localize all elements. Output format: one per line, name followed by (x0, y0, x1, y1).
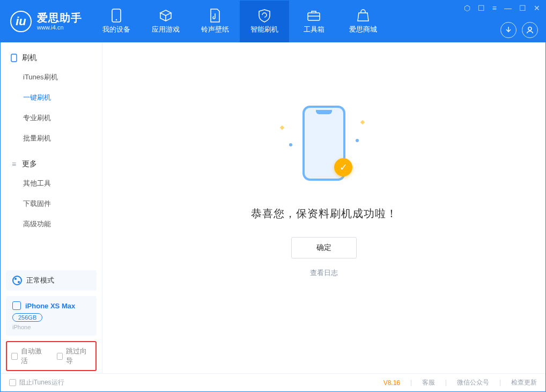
minimize-button[interactable]: — (504, 4, 512, 12)
checkbox-icon (9, 379, 16, 386)
tab-label: 工具箱 (304, 25, 324, 34)
checkbox-icon (57, 353, 63, 360)
header: iu 爱思助手 www.i4.cn 我的设备 应用游戏 铃声壁纸 智能刷机 (1, 1, 545, 42)
tab-ring-wall[interactable]: 铃声壁纸 (190, 1, 240, 42)
wechat-link[interactable]: 微信公众号 (457, 378, 489, 387)
tab-label: 应用游戏 (152, 25, 180, 34)
toolbox-icon (307, 9, 321, 23)
close-button[interactable]: ✕ (534, 4, 540, 12)
section-label: 刷机 (22, 53, 37, 63)
sidebar-item-batch-flash[interactable]: 批量刷机 (1, 128, 102, 149)
mode-label: 正常模式 (26, 276, 54, 285)
svg-rect-2 (308, 13, 320, 20)
music-file-icon (208, 9, 222, 23)
ok-button[interactable]: 确定 (291, 237, 357, 258)
sidebar: 刷机 iTunes刷机 一键刷机 专业刷机 批量刷机 ≡ 更多 其他工具 下载固… (1, 42, 102, 373)
check-update-link[interactable]: 检查更新 (511, 378, 537, 387)
user-button[interactable] (522, 22, 538, 38)
app-window: iu 爱思助手 www.i4.cn 我的设备 应用游戏 铃声壁纸 智能刷机 (0, 0, 546, 392)
device-card[interactable]: iPhone XS Max 256GB iPhone (6, 296, 97, 336)
phone-icon (109, 9, 123, 23)
brand-url: www.i4.cn (37, 24, 82, 31)
divider (500, 380, 500, 386)
sidebar-item-advanced[interactable]: 高级功能 (1, 214, 102, 234)
svg-rect-4 (11, 54, 17, 62)
device-small-icon (12, 301, 21, 310)
mode-card[interactable]: 正常模式 (6, 270, 97, 291)
version-label: V8.16 (383, 379, 400, 387)
divider (446, 380, 446, 386)
divider (411, 380, 411, 386)
tab-toolbox[interactable]: 工具箱 (289, 1, 338, 42)
checkbox-label: 跳过向导 (66, 346, 91, 366)
tab-label: 爱思商城 (349, 25, 377, 34)
window-controls: ⬡ ☐ ≡ — ☐ ✕ (464, 4, 540, 12)
tab-label: 我的设备 (102, 25, 130, 34)
device-name: iPhone XS Max (25, 302, 75, 310)
svg-point-1 (116, 19, 117, 21)
download-button[interactable] (500, 22, 517, 38)
brand: iu 爱思助手 www.i4.cn (1, 1, 92, 42)
footer: 阻止iTunes运行 V8.16 客服 微信公众号 检查更新 (1, 373, 545, 391)
main-content: ✓ 恭喜您，保资料刷机成功啦！ 确定 查看日志 (102, 42, 545, 373)
brand-logo-icon: iu (10, 11, 32, 32)
cube-icon (159, 9, 173, 23)
tab-label: 智能刷机 (250, 25, 278, 34)
checkmark-badge-icon: ✓ (334, 158, 352, 176)
sidebar-section-flash: 刷机 (1, 46, 102, 67)
tab-label: 铃声壁纸 (201, 25, 229, 34)
sidebar-item-other-tools[interactable]: 其他工具 (1, 173, 102, 194)
device-icon (10, 54, 18, 62)
tab-store[interactable]: 爱思商城 (338, 1, 388, 42)
mode-icon (12, 276, 22, 285)
storage-badge: 256GB (12, 313, 42, 322)
tab-apps-games[interactable]: 应用游戏 (141, 1, 190, 42)
sidebar-section-more: ≡ 更多 (1, 152, 102, 173)
success-message: 恭喜您，保资料刷机成功啦！ (251, 206, 397, 221)
sidebar-item-pro-flash[interactable]: 专业刷机 (1, 108, 102, 128)
checkbox-label: 阻止iTunes运行 (19, 378, 64, 387)
menu-icon[interactable]: ≡ (492, 4, 497, 12)
checkbox-block-itunes[interactable]: 阻止iTunes运行 (9, 378, 64, 387)
flash-options-highlighted: 自动激活 跳过向导 (6, 341, 97, 371)
tab-smart-flash[interactable]: 智能刷机 (240, 1, 289, 42)
checkbox-label: 自动激活 (21, 346, 46, 366)
list-icon: ≡ (10, 160, 18, 168)
svg-point-3 (528, 27, 532, 31)
view-log-link[interactable]: 查看日志 (310, 268, 338, 278)
bag-icon (356, 9, 370, 23)
maximize-button[interactable]: ☐ (519, 4, 526, 12)
checkbox-skip-wizard[interactable]: 跳过向导 (57, 346, 92, 366)
shirt-icon[interactable]: ⬡ (464, 4, 470, 12)
checkbox-auto-activate[interactable]: 自动激活 (11, 346, 46, 366)
sidebar-item-download-fw[interactable]: 下载固件 (1, 194, 102, 214)
body: 刷机 iTunes刷机 一键刷机 专业刷机 批量刷机 ≡ 更多 其他工具 下载固… (1, 42, 545, 373)
main-tabs: 我的设备 应用游戏 铃声壁纸 智能刷机 工具箱 爱思商城 (92, 1, 388, 42)
feedback-icon[interactable]: ☐ (478, 4, 485, 12)
checkbox-icon (11, 353, 18, 360)
tab-my-device[interactable]: 我的设备 (92, 1, 141, 42)
success-illustration: ✓ (273, 106, 375, 186)
sidebar-item-itunes-flash[interactable]: iTunes刷机 (1, 67, 102, 87)
shield-refresh-icon (257, 9, 271, 23)
device-type: iPhone (12, 324, 90, 330)
support-link[interactable]: 客服 (422, 378, 435, 387)
brand-name: 爱思助手 (37, 11, 82, 24)
section-label: 更多 (22, 159, 37, 169)
sidebar-item-oneclick-flash[interactable]: 一键刷机 (1, 87, 102, 108)
